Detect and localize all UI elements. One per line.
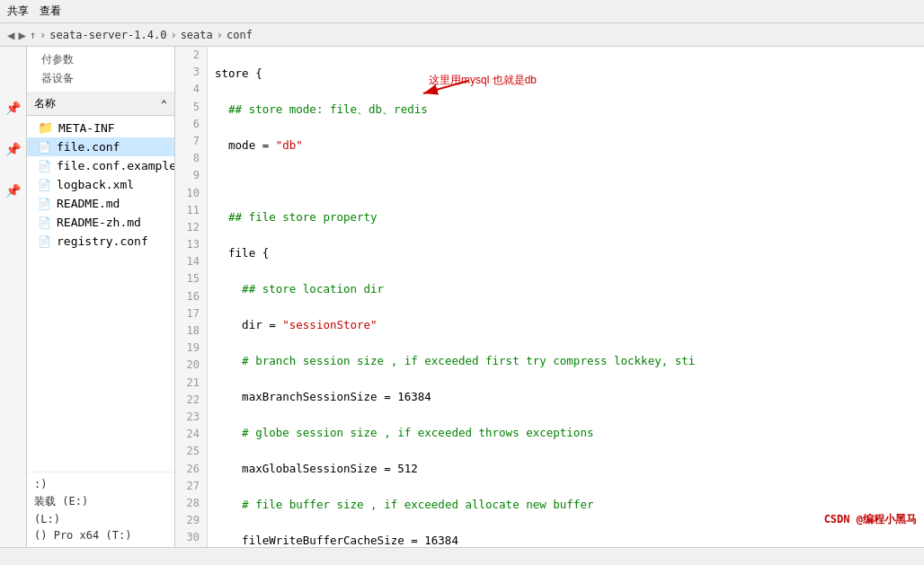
line-numbers: 2345 6789 10111213 14151617 18192021 222… (175, 47, 208, 547)
file-item-registry-conf[interactable]: 📄 registry.conf (27, 232, 174, 251)
annotation-layer: 这里用mysql 也就是db (405, 83, 537, 101)
breadcrumb-arrow-left[interactable]: ◀ (7, 28, 14, 42)
breadcrumb-seata-server[interactable]: seata-server-1.4.0 (49, 29, 166, 41)
toolbar-view[interactable]: 查看 (40, 4, 61, 19)
sidebar-nav: 付参数 器设备 (27, 47, 174, 93)
breadcrumb-separator: › (40, 29, 46, 41)
file-item-meta-inf[interactable]: 📁 META-INF (27, 118, 174, 137)
pin-icon-2[interactable]: 📌 (5, 142, 21, 156)
breadcrumb-up[interactable]: ↑ (30, 29, 36, 41)
breadcrumb-sep2: › (170, 29, 176, 41)
file-name: README-zh.md (57, 216, 141, 229)
code-editor: 2345 6789 10111213 14151617 18192021 222… (175, 47, 924, 547)
csdn-watermark: CSDN @编程小黑马 (824, 512, 917, 527)
file-list: 📁 META-INF 📄 file.conf ◀ 📄 file.conf.exa… (27, 116, 174, 472)
file-name: META-INF (58, 121, 115, 135)
file-item-file-conf[interactable]: 📄 file.conf ◀ (27, 137, 174, 156)
file-name: file.conf.example (57, 159, 174, 172)
sidebar-nav-params[interactable]: 付参数 (34, 50, 167, 69)
xml-icon: 📄 (38, 179, 51, 191)
code-content: store { ## store mode: file、db、redis mod… (208, 47, 924, 547)
file-name: registry.conf (57, 234, 148, 248)
pin-icon-3[interactable]: 📌 (5, 183, 21, 198)
breadcrumb-conf[interactable]: conf (227, 29, 253, 41)
breadcrumb: ◀ ▶ ↑ › seata-server-1.4.0 › seata › con… (0, 23, 924, 47)
pin-icon[interactable]: 📌 (5, 101, 21, 115)
file-name: file.conf (57, 140, 120, 154)
md-icon: 📄 (38, 198, 51, 210)
file-list-header: 名称 ⌃ (27, 93, 174, 116)
file-item-readme[interactable]: 📄 README.md (27, 194, 174, 213)
quick-panel: 📌 📌 📌 (0, 47, 27, 547)
drive-item-t[interactable]: () Pro x64 (T:) (34, 527, 167, 543)
name-column-header: 名称 (34, 96, 56, 111)
drive-item-l[interactable]: (L:) (34, 511, 167, 527)
breadcrumb-forward[interactable]: ▶ (18, 28, 25, 42)
toolbar: 共享 查看 (0, 0, 924, 23)
md-icon: 📄 (38, 216, 51, 229)
file-sidebar: 付参数 器设备 名称 ⌃ 📁 META-INF 📄 file.conf ◀ (27, 47, 175, 547)
folder-icon: 📁 (38, 120, 53, 135)
sort-icon[interactable]: ⌃ (161, 98, 167, 110)
code-container: 2345 6789 10111213 14151617 18192021 222… (175, 47, 924, 547)
file-icon: 📄 (38, 141, 51, 154)
file-icon: 📄 (38, 235, 51, 248)
sidebar-nav-device[interactable]: 器设备 (34, 69, 167, 88)
drives-section: :) 装载 (E:) (L:) () Pro x64 (T:) (27, 472, 174, 547)
file-icon: 📄 (38, 160, 51, 172)
toolbar-share[interactable]: 共享 (7, 4, 29, 19)
drive-item-1[interactable]: :) (34, 476, 167, 492)
file-item-file-conf-example[interactable]: 📄 file.conf.example (27, 156, 174, 175)
status-bar (0, 547, 924, 565)
breadcrumb-seata[interactable]: seata (181, 29, 213, 41)
file-name: README.md (57, 197, 120, 210)
breadcrumb-sep3: › (217, 29, 223, 41)
file-item-readme-zh[interactable]: 📄 README-zh.md (27, 213, 174, 232)
drive-item-e[interactable]: 装载 (E:) (34, 492, 167, 511)
file-item-logback[interactable]: 📄 logback.xml (27, 175, 174, 194)
file-name: logback.xml (57, 178, 134, 191)
